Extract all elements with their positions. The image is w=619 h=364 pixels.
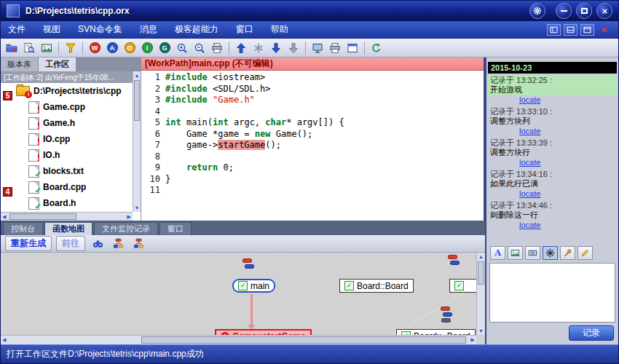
tab-console[interactable]: 控制台 — [3, 222, 43, 235]
badge-g-icon[interactable]: G — [157, 40, 173, 56]
locate-link[interactable]: locate — [519, 158, 540, 167]
minimize-button[interactable] — [556, 3, 572, 19]
layout-pane-icon-2[interactable] — [564, 24, 577, 36]
open-file-icon[interactable] — [4, 40, 20, 56]
maximize-button[interactable] — [576, 3, 592, 19]
tab-function-map[interactable]: 函数地图 — [44, 222, 92, 235]
map-edge-line — [1, 253, 476, 334]
badge-w-icon[interactable]: W — [87, 40, 103, 56]
tab-file-monitor[interactable]: 文件监控记录 — [94, 222, 158, 235]
locate-link[interactable]: locate — [519, 127, 540, 135]
print-preview-icon[interactable] — [327, 40, 343, 56]
badge-a-icon[interactable]: A — [104, 40, 120, 56]
pencil-tool[interactable] — [577, 246, 593, 260]
log-entry[interactable]: 记录于 13:33:39 :调整方块行locate — [488, 138, 617, 169]
binoculars-icon[interactable] — [90, 237, 106, 251]
tab-window[interactable]: 窗口 — [159, 222, 192, 235]
tree-file[interactable]: ✓blocks.txt — [1, 163, 133, 179]
monitor-icon[interactable] — [310, 40, 326, 56]
note-input[interactable] — [489, 263, 615, 323]
refresh-icon[interactable] — [368, 40, 385, 56]
slideshow-tool[interactable] — [525, 246, 540, 260]
gear-tool[interactable] — [543, 246, 558, 260]
scroll-left-icon[interactable]: ◀ — [2, 213, 6, 221]
tab-workspace[interactable]: 工作区 — [39, 58, 76, 71]
current-position-icon[interactable] — [251, 40, 267, 56]
map-vertical-scrollbar[interactable]: ▲ ▼ — [476, 253, 485, 335]
scroll-thumb[interactable] — [478, 261, 484, 285]
status-text: 打开工作区文件D:\Projects\tetris\cpp\main.cpp成功 — [7, 348, 204, 360]
tab-repository[interactable]: 版本库 — [1, 58, 39, 71]
map-horizontal-scrollbar[interactable]: ◀ ▶ — [1, 335, 476, 344]
scroll-left-icon[interactable]: ◀ — [2, 336, 6, 344]
map-node-startgame[interactable]: !Game::startGame — [215, 329, 312, 335]
filter-icon[interactable] — [63, 40, 79, 56]
search-file-icon[interactable] — [21, 40, 37, 56]
scroll-thumb[interactable] — [134, 80, 140, 121]
scroll-down-icon[interactable]: ▼ — [133, 204, 141, 212]
go-down-icon[interactable] — [268, 40, 284, 56]
menu-item-6[interactable]: 帮助 — [271, 23, 288, 36]
tree-file[interactable]: ✓Board.cpp — [1, 179, 133, 195]
flow-map-icon[interactable] — [110, 237, 126, 251]
tree-vertical-scrollbar[interactable]: ▲ ▼ — [133, 71, 141, 212]
menu-item-5[interactable]: 窗口 — [236, 23, 253, 36]
regenerate-button[interactable]: 重新生成 — [5, 236, 52, 251]
menu-item-1[interactable]: 视图 — [43, 23, 60, 36]
function-map-canvas[interactable]: ✓main ✓Board::Board ✓ !Game::startGame ✓… — [1, 253, 476, 335]
font-tool[interactable]: A — [490, 246, 505, 260]
map-node-main[interactable]: ✓main — [232, 279, 275, 293]
flow-map-icon-2[interactable] — [130, 237, 146, 251]
map-node-partial[interactable]: ✓ — [449, 279, 476, 293]
image-tool[interactable] — [508, 246, 523, 260]
menu-item-3[interactable]: 消息 — [140, 23, 157, 36]
scroll-up-icon[interactable]: ▲ — [133, 71, 141, 79]
go-up-icon[interactable] — [233, 40, 249, 56]
scroll-thumb[interactable] — [141, 336, 466, 344]
settings-gear-button[interactable] — [529, 3, 545, 19]
badge-o-icon[interactable]: O — [122, 40, 138, 56]
print-icon[interactable] — [209, 40, 225, 56]
scroll-right-icon[interactable]: ▶ — [471, 336, 475, 344]
log-entry[interactable]: 记录于 13:33:10 :调整方块列locate — [488, 106, 617, 138]
tree-file[interactable]: ✓Board.h — [1, 195, 133, 211]
tree-file[interactable]: !Game.cpp — [1, 99, 133, 115]
screwdriver-tool[interactable] — [560, 246, 575, 260]
locate-link[interactable]: locate — [519, 189, 540, 198]
file-tree[interactable]: ! D:\Projects\tetris\cpp !Game.cpp!Game.… — [1, 83, 133, 212]
log-entry[interactable]: 记录于 13:34:16 :如果此行已满locate — [488, 169, 617, 200]
log-entry[interactable]: 记录于 13:34:46 :则删除这一行locate — [488, 200, 617, 232]
scroll-right-icon[interactable]: ▶ — [127, 213, 131, 221]
go-last-icon[interactable] — [285, 40, 301, 56]
locate-link[interactable]: locate — [519, 221, 540, 229]
layout-pane-icon-1[interactable] — [547, 24, 561, 36]
tree-root[interactable]: ! D:\Projects\tetris\cpp — [1, 83, 133, 99]
title-bar[interactable]: D:\Projects\tetris\cpp.orx — [1, 1, 618, 21]
tree-file[interactable]: !Game.h — [1, 115, 133, 131]
layout-pane-icon-3[interactable] — [580, 24, 594, 36]
map-node-board-ctor[interactable]: ✓Board::Board — [339, 279, 414, 293]
close-pane-icon[interactable] — [597, 24, 611, 36]
menu-item-2[interactable]: SVN命令集 — [78, 23, 122, 36]
badge-i-icon[interactable]: I — [139, 40, 155, 56]
log-entry[interactable]: 记录于 13:32:25 :开始游戏locate — [488, 75, 617, 106]
status-overlay-icon: ✓ — [35, 170, 42, 179]
close-button[interactable] — [596, 3, 612, 19]
tree-horizontal-scrollbar[interactable]: ◀ ▶ — [1, 212, 133, 221]
zoom-in-icon[interactable] — [174, 40, 190, 56]
scroll-up-icon[interactable]: ▲ — [477, 253, 485, 261]
zoom-out-icon[interactable] — [192, 40, 208, 56]
locate-link[interactable]: locate — [519, 95, 540, 104]
tree-file[interactable]: !IO.h — [1, 147, 133, 163]
menu-item-4[interactable]: 极客超能力 — [175, 23, 218, 36]
code-area[interactable]: 1#include <iostream>2#include <SDL/SDL.h… — [141, 70, 484, 221]
map-node-board-dtor[interactable]: ✓Board::~Board — [396, 329, 476, 335]
record-button[interactable]: 记录 — [569, 325, 614, 341]
menu-item-0[interactable]: 文件 — [8, 23, 25, 36]
goto-button[interactable]: 前往 — [56, 236, 85, 251]
tree-file[interactable]: !IO.cpp — [1, 131, 133, 147]
snapshot-icon[interactable] — [39, 40, 55, 56]
scroll-thumb[interactable] — [9, 213, 76, 220]
window-layout-icon[interactable] — [344, 40, 360, 56]
scroll-down-icon[interactable]: ▼ — [477, 327, 485, 335]
